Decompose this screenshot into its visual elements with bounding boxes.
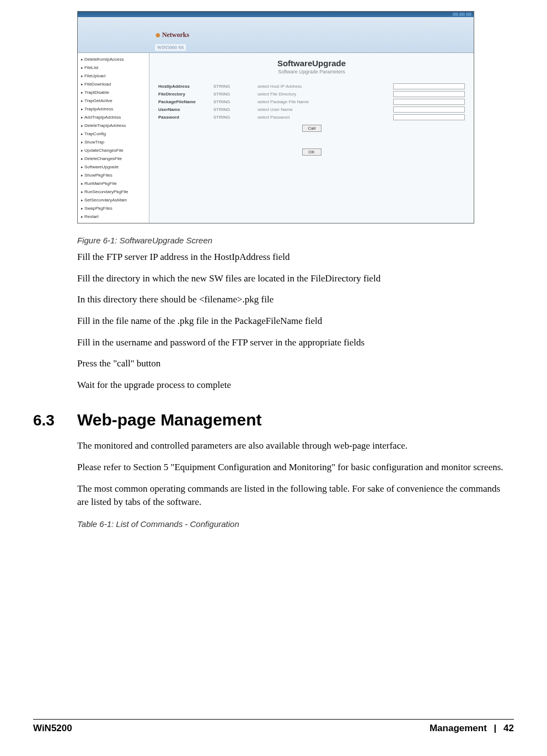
sidebar-item[interactable]: SoftwareUpgrade [80, 163, 147, 171]
sidebar-item[interactable]: DeleteTrapIpAddress [80, 121, 147, 130]
param-desc: select Host IP Address [258, 84, 346, 89]
app-banner: ● Networks WIN5000 SS [78, 17, 474, 53]
param-label: UserName [158, 107, 213, 112]
body-paragraph: Fill in the username and password of the… [77, 336, 514, 350]
sidebar-item[interactable]: AddTrapIpAddress [80, 113, 147, 121]
sidebar-item[interactable]: ShowTrap [80, 138, 147, 146]
body-paragraph: In this directory there should be <filen… [77, 293, 514, 307]
section-title: Web-page Management [77, 411, 262, 429]
body-paragraph: Please refer to Section 5 "Equipment Con… [77, 461, 514, 475]
sidebar: DeletefromIpAccess FileList FileUpload F… [78, 53, 149, 223]
footer-left: WiN5200 [33, 723, 72, 734]
param-type: STRING [213, 107, 258, 112]
sidebar-item[interactable]: FileUpload [80, 72, 147, 80]
sidebar-item[interactable]: TrapConfig [80, 130, 147, 138]
param-row: PackageFileName STRING select Package Fi… [158, 99, 465, 105]
param-type: STRING [213, 115, 258, 120]
product-name: WIN5000 SS [155, 44, 186, 51]
body-paragraph: Wait for the upgrade process to complete [77, 379, 514, 392]
section-number: 6.3 [33, 412, 77, 429]
param-label: HostIpAddress [158, 84, 213, 89]
table-caption: Table 6-1: List of Commands - Configurat… [77, 519, 514, 529]
figure-caption: Figure 6-1: SoftwareUpgrade Screen [77, 236, 514, 245]
window-titlebar [78, 12, 474, 17]
panel-subtitle: Software Upgrade Parameters [158, 69, 465, 74]
param-input[interactable] [393, 99, 465, 105]
sidebar-item[interactable]: Restart [80, 212, 147, 221]
body-paragraph: The most common operating commands are l… [77, 482, 514, 509]
param-desc: select User Name [258, 107, 346, 112]
sidebar-item[interactable]: TraptDisable [80, 88, 147, 97]
sidebar-item[interactable]: RunSecondaryPkgFile [80, 188, 147, 196]
sidebar-item[interactable]: TrapGetActive [80, 97, 147, 105]
param-type: STRING [213, 99, 258, 104]
sidebar-item[interactable]: SwapPkgFiles [80, 204, 147, 212]
call-button[interactable]: Call [302, 125, 321, 132]
param-desc: select File Directory [258, 92, 346, 97]
param-desc: select Password [258, 115, 346, 120]
param-input[interactable] [393, 107, 465, 113]
panel-title: SoftwareUpgrade [158, 58, 465, 68]
body-paragraph: Fill the FTP server IP address in the Ho… [77, 251, 514, 264]
sidebar-item[interactable]: RunMainPkgFile [80, 179, 147, 188]
sidebar-item[interactable]: UpdateChangesFile [80, 146, 147, 155]
param-label: PackageFileName [158, 99, 213, 104]
software-upgrade-screenshot: ● Networks WIN5000 SS DeletefromIpAccess… [77, 11, 474, 223]
footer-right: Management | 42 [430, 723, 514, 734]
ok-button[interactable]: OK [302, 148, 321, 156]
section-heading: 6.3 Web-page Management [33, 411, 514, 429]
param-row: Password STRING select Password [158, 114, 465, 120]
footer-section: Management [430, 723, 487, 733]
body-paragraph: Press the "call" button [77, 357, 514, 371]
param-row: HostIpAddress STRING select Host IP Addr… [158, 83, 465, 89]
sidebar-item[interactable]: DeleteChangesFile [80, 155, 147, 163]
sidebar-item[interactable]: FileDownload [80, 80, 147, 88]
param-input[interactable] [393, 91, 465, 97]
sidebar-item[interactable]: SetSecondaryAsMain [80, 196, 147, 204]
sidebar-item[interactable]: ShowPkgFiles [80, 171, 147, 179]
param-row: FileDirectory STRING select File Directo… [158, 91, 465, 97]
sidebar-item[interactable]: TrapIpAddress [80, 105, 147, 113]
sidebar-item[interactable]: DeletefromIpAccess [80, 55, 147, 63]
param-row: UserName STRING select User Name [158, 107, 465, 113]
body-paragraph: Fill the directory in which the new SW f… [77, 272, 514, 286]
logo-text: Networks [162, 31, 189, 39]
sidebar-item[interactable]: FileList [80, 63, 147, 72]
body-paragraph: The monitored and controlled parameters … [77, 439, 514, 453]
param-input[interactable] [393, 114, 465, 120]
app-logo: ● Networks [155, 29, 189, 41]
main-panel: SoftwareUpgrade Software Upgrade Paramet… [149, 53, 474, 223]
footer-page-number: 42 [503, 723, 514, 733]
param-type: STRING [213, 92, 258, 97]
param-input[interactable] [393, 83, 465, 89]
param-desc: select Package File Name [258, 99, 346, 104]
body-paragraph: Fill in the file name of the .pkg file i… [77, 315, 514, 328]
param-label: FileDirectory [158, 92, 213, 97]
param-type: STRING [213, 84, 258, 89]
page-footer: WiN5200 Management | 42 [33, 719, 514, 734]
param-label: Password [158, 115, 213, 120]
footer-separator: | [494, 723, 497, 733]
